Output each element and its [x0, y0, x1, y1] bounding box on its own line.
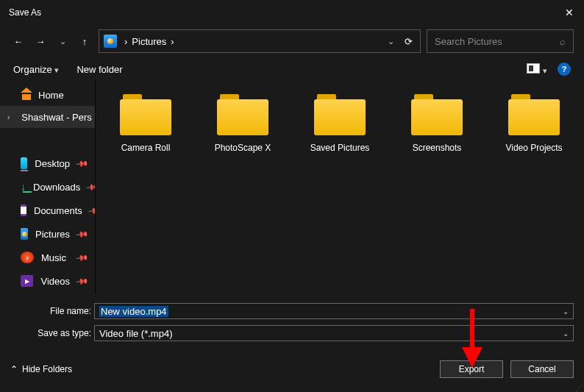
folder-label: Video Projects	[505, 143, 562, 153]
desktop-icon	[21, 157, 27, 169]
folder-label: Saved Pictures	[310, 143, 370, 153]
pic-icon	[21, 228, 28, 240]
folder-icon	[411, 94, 463, 135]
close-icon[interactable]: ✕	[563, 7, 575, 18]
quick-access-list: Desktop📌Downloads📌Documents📌Pictures📌Mus…	[0, 152, 95, 293]
search-icon: ⌕	[560, 36, 566, 47]
search-input[interactable]: Search Pictures ⌕	[427, 29, 574, 53]
sidebar-item-label: Pictures	[35, 229, 70, 240]
breadcrumb-sep: ›	[124, 36, 127, 47]
expand-icon[interactable]: ›	[7, 113, 10, 121]
chevron-up-icon: ⌃	[10, 364, 18, 374]
forward-button[interactable]: →	[32, 33, 49, 49]
up-button[interactable]: ↑	[76, 33, 93, 49]
hide-folders-button[interactable]: ⌃ Hide Folders	[10, 364, 72, 374]
resize-grip[interactable]: ⋰	[576, 387, 582, 390]
folder-icon	[217, 94, 268, 135]
home-icon	[21, 90, 32, 100]
dl-icon	[21, 181, 26, 193]
folder-tile[interactable]: Camera Roll	[104, 94, 187, 281]
navigation-pane: Home › Shashwat - Pers Desktop📌Downloads…	[0, 81, 96, 294]
folder-tile[interactable]: PhotoScape X	[202, 94, 284, 281]
export-button[interactable]: Export	[440, 360, 503, 378]
pin-icon: 📌	[88, 204, 96, 218]
breadcrumb-sep: ›	[171, 36, 174, 47]
search-placeholder: Search Pictures	[435, 36, 502, 47]
pin-icon: 📌	[86, 180, 96, 194]
organize-button[interactable]: Organize ▾	[13, 64, 59, 75]
tree-item-home[interactable]: Home	[0, 84, 95, 106]
sidebar-item-pictures[interactable]: Pictures📌	[0, 222, 95, 246]
sidebar-item-music[interactable]: Music📌	[0, 246, 95, 269]
save-form: File name: New video.mp4 ⌄ Save as type:…	[0, 294, 584, 349]
sidebar-item-desktop[interactable]: Desktop📌	[0, 152, 95, 175]
folder-view[interactable]: Camera RollPhotoScape XSaved PicturesScr…	[96, 81, 584, 294]
address-bar[interactable]: › Pictures › ⌄ ⟳	[99, 29, 421, 53]
command-bar: Organize ▾ New folder ▾ ?	[0, 57, 584, 81]
view-options-button[interactable]: ▾	[527, 63, 547, 76]
tree-label: Shashwat - Pers	[21, 112, 91, 123]
folder-icon	[120, 94, 171, 135]
sidebar-item-label: Desktop	[35, 158, 70, 169]
vid-icon	[21, 275, 33, 287]
pin-icon: 📌	[75, 251, 89, 265]
footer-bar: ⌃ Hide Folders Export Cancel	[0, 349, 584, 384]
sidebar-item-documents[interactable]: Documents📌	[0, 199, 95, 222]
pin-icon: 📌	[75, 157, 89, 171]
folder-tile[interactable]: Saved Pictures	[299, 94, 381, 281]
sidebar-item-downloads[interactable]: Downloads📌	[0, 175, 95, 199]
help-icon[interactable]: ?	[558, 63, 571, 76]
savetype-value: Video file (*.mp4)	[99, 328, 172, 339]
sidebar-item-label: Downloads	[33, 182, 80, 193]
sidebar-item-label: Documents	[34, 205, 82, 216]
pin-icon: 📌	[75, 274, 89, 288]
chevron-down-icon: ▾	[54, 65, 59, 74]
recent-locations-button[interactable]: ⌄	[54, 33, 71, 49]
savetype-field[interactable]: Video file (*.mp4) ⌄	[94, 325, 574, 341]
chevron-down-icon[interactable]: ⌄	[563, 329, 569, 338]
folder-tile[interactable]: Screenshots	[396, 94, 478, 281]
filename-value: New video.mp4	[99, 306, 168, 317]
folder-tile[interactable]: Video Projects	[493, 94, 575, 281]
breadcrumb[interactable]: › Pictures ›	[124, 36, 380, 47]
filename-label: File name:	[10, 306, 91, 316]
pictures-icon	[104, 35, 117, 48]
new-folder-button[interactable]: New folder	[76, 64, 122, 75]
refresh-icon[interactable]: ⟳	[405, 36, 413, 47]
folder-label: Camera Roll	[121, 143, 171, 153]
window-title: Save As	[9, 7, 563, 18]
back-button[interactable]: ←	[10, 33, 26, 49]
body-area: Home › Shashwat - Pers Desktop📌Downloads…	[0, 81, 584, 294]
sidebar-item-videos[interactable]: Videos📌	[0, 269, 95, 293]
title-bar: Save As ✕	[0, 0, 584, 25]
breadcrumb-segment[interactable]: Pictures	[132, 36, 166, 47]
doc-icon	[21, 204, 26, 216]
savetype-label: Save as type:	[10, 328, 91, 338]
music-icon	[21, 252, 34, 263]
chevron-down-icon: ▾	[543, 66, 547, 75]
folder-icon	[508, 94, 560, 135]
view-icon	[527, 63, 540, 74]
chevron-down-icon[interactable]: ⌄	[563, 307, 569, 316]
tree-label: Home	[38, 90, 64, 101]
sidebar-item-label: Videos	[40, 276, 70, 287]
sidebar-item-label: Music	[41, 252, 66, 263]
pin-icon: 📌	[75, 227, 89, 241]
address-dropdown-icon[interactable]: ⌄	[388, 37, 394, 46]
folder-label: PhotoScape X	[215, 143, 271, 153]
tree-item-onedrive[interactable]: › Shashwat - Pers	[0, 106, 95, 128]
filename-field[interactable]: New video.mp4 ⌄	[94, 303, 574, 319]
nav-bar: ← → ⌄ ↑ › Pictures › ⌄ ⟳ Search Pictures…	[0, 25, 584, 57]
cancel-button[interactable]: Cancel	[510, 360, 574, 378]
folder-icon	[314, 94, 366, 135]
folder-label: Screenshots	[413, 143, 462, 153]
